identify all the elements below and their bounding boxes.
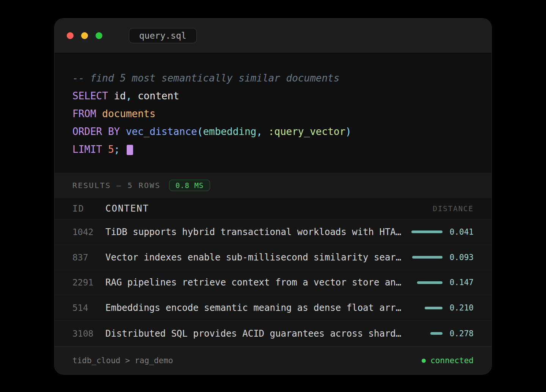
row-id: 837 (72, 252, 105, 262)
text-cursor (127, 145, 133, 155)
results-bar: RESULTS — 5 ROWS 0.8 MS (55, 173, 491, 198)
distance-value: 0.278 (449, 329, 474, 338)
code-token-keyword: ORDER BY (72, 126, 120, 137)
row-id: 1042 (72, 227, 105, 237)
code-token-keyword: LIMIT (72, 144, 102, 155)
distance-value: 0.041 (449, 227, 474, 237)
connection-status: connected (422, 356, 474, 365)
code-token-plain: id (108, 90, 126, 102)
code-token-plain: content (132, 90, 179, 102)
code-token-keyword: SELECT (72, 90, 108, 102)
row-distance-cell: 0.041 (407, 227, 474, 237)
code-token-punct: , (256, 126, 262, 137)
code-area: -- find 5 most semantically similar docu… (72, 69, 474, 158)
code-token-plain (120, 144, 126, 155)
sql-editor[interactable]: -- find 5 most semantically similar docu… (55, 53, 491, 173)
minimize-button[interactable] (81, 32, 88, 39)
column-header-content: CONTENT (105, 203, 407, 214)
code-line: FROM documents (72, 105, 474, 123)
results-count-label: RESULTS — 5 ROWS (72, 181, 161, 190)
code-token-plain (102, 144, 108, 155)
code-line: -- find 5 most semantically similar docu… (72, 69, 474, 87)
code-line: ORDER BY vec_distance(embedding, :query_… (72, 123, 474, 141)
code-token-plain (262, 126, 268, 137)
row-content: TiDB supports hybrid transactional workl… (105, 227, 407, 237)
app-window: query.sql -- find 5 most semantically si… (54, 18, 492, 375)
code-token-comment: -- find 5 most semantically similar docu… (72, 72, 339, 84)
code-token-field: embedding (203, 126, 256, 137)
table-row[interactable]: 837Vector indexes enable sub-millisecond… (55, 245, 491, 270)
code-token-entity: documents (102, 108, 155, 119)
breadcrumb: tidb_cloud > rag_demo (72, 356, 173, 365)
distance-bar (425, 307, 442, 309)
column-header-id: ID (72, 204, 105, 213)
column-header-distance: DISTANCE (407, 204, 474, 213)
connected-dot-icon (422, 359, 426, 363)
code-token-func: vec_distance (126, 126, 197, 137)
table-row[interactable]: 1042TiDB supports hybrid transactional w… (55, 220, 491, 245)
table-row[interactable]: 514Embeddings encode semantic meaning as… (55, 295, 491, 321)
distance-bar (411, 230, 442, 233)
statusbar: tidb_cloud > rag_demo connected (55, 346, 491, 375)
row-content: Embeddings encode semantic meaning as de… (105, 303, 407, 313)
table-row[interactable]: 2291RAG pipelines retrieve context from … (55, 270, 491, 296)
results-table-body: 1042TiDB supports hybrid transactional w… (55, 220, 491, 346)
results-table-header: ID CONTENT DISTANCE (55, 198, 491, 220)
code-token-plain (120, 126, 126, 137)
code-token-plain (96, 108, 102, 119)
distance-value: 0.093 (449, 253, 474, 262)
zoom-button[interactable] (96, 32, 102, 39)
row-distance-cell: 0.147 (407, 278, 474, 287)
row-distance-cell: 0.210 (407, 303, 474, 312)
query-timing-badge: 0.8 MS (169, 180, 210, 191)
row-id: 514 (72, 303, 105, 313)
distance-bar (417, 281, 442, 284)
row-distance-cell: 0.278 (407, 329, 474, 338)
row-id: 2291 (72, 278, 105, 287)
distance-value: 0.210 (449, 303, 474, 312)
distance-value: 0.147 (449, 278, 474, 287)
distance-bar (430, 332, 442, 335)
row-content: Vector indexes enable sub-millisecond si… (105, 252, 407, 263)
row-id: 3108 (72, 329, 105, 339)
code-token-punct: ; (114, 144, 120, 155)
row-distance-cell: 0.093 (407, 253, 474, 262)
code-token-punct: , (126, 90, 132, 102)
code-token-punct: ( (197, 126, 203, 137)
code-token-number: 5 (108, 144, 114, 155)
table-row[interactable]: 3108Distributed SQL provides ACID guaran… (55, 321, 491, 346)
code-token-punct: ) (345, 126, 351, 137)
row-content: RAG pipelines retrieve context from a ve… (105, 277, 407, 288)
titlebar: query.sql (55, 19, 491, 53)
code-line: SELECT id, content (72, 87, 474, 105)
close-button[interactable] (67, 32, 74, 39)
connection-status-label: connected (430, 356, 474, 365)
code-token-param: :query_vector (268, 126, 346, 137)
code-token-keyword: FROM (72, 108, 96, 119)
row-content: Distributed SQL provides ACID guarantees… (105, 328, 407, 339)
distance-bar (412, 256, 442, 259)
code-line: LIMIT 5; (72, 141, 474, 158)
file-tab[interactable]: query.sql (129, 28, 197, 43)
file-tab-label: query.sql (139, 31, 187, 41)
